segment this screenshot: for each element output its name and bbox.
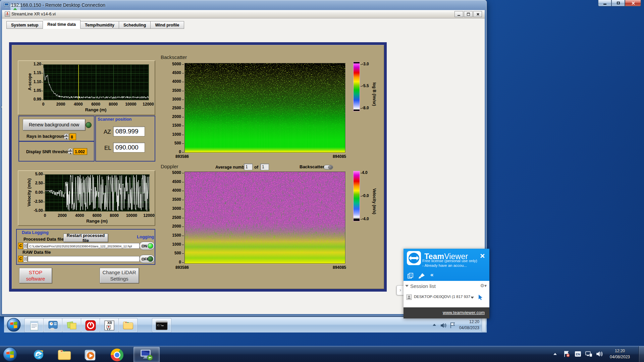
snr-spinner[interactable] [68, 148, 73, 155]
spinner-up-icon[interactable] [64, 133, 69, 136]
restart-processed-file-button[interactable]: Restart processed file [63, 234, 108, 242]
remote-desktop-icon [140, 348, 153, 361]
backscatter-toggle-switch[interactable] [324, 165, 333, 170]
teamviewer-brush-icon[interactable] [418, 273, 425, 279]
rays-value-field[interactable]: 8 [69, 133, 76, 140]
taskbar-clock[interactable]: 12:20 04/08/2023 [603, 348, 637, 360]
raw-path-field[interactable] [28, 256, 140, 262]
taskbar-wmp-button[interactable] [84, 349, 96, 362]
tab-system-setup[interactable]: System setup [6, 21, 43, 29]
taskbar-rdp-button-active[interactable] [133, 347, 160, 362]
remote-taskbar-notepad-button[interactable] [24, 318, 44, 333]
rdp-window: 192.168.0.150 - Remote Desktop Connectio… [0, 0, 487, 316]
teamviewer-collapse-icon[interactable]: « [430, 272, 433, 278]
spinner-down-icon[interactable] [64, 137, 69, 140]
axis-tick: 2000 [159, 224, 181, 229]
raw-browse-icon[interactable] [23, 256, 28, 262]
spinner-down-icon[interactable] [68, 152, 73, 155]
close-button[interactable] [625, 0, 641, 6]
lv-minimize-button[interactable] [454, 11, 463, 17]
tab-wind-profile[interactable]: Wind profile [151, 21, 184, 29]
axis-tick: 893586 [175, 154, 209, 159]
processed-logging-on-button[interactable]: ON [139, 242, 155, 250]
svg-text:EN: EN [576, 353, 580, 356]
renew-background-button[interactable]: Renew background now [23, 119, 85, 130]
backscatter-plot[interactable] [184, 63, 345, 153]
stop-line2: software [26, 276, 45, 282]
processed-path-field[interactable]: C:\Lidar\Data\Proc\2023\202308\20230804\… [28, 243, 140, 249]
section-collapse-caret-icon[interactable] [405, 285, 409, 287]
on-label: ON [142, 244, 147, 248]
teamviewer-session-header[interactable]: Session list ⚙▾ [404, 281, 489, 292]
tab-scheduling[interactable]: Scheduling [119, 21, 151, 29]
processed-browse-icon[interactable] [23, 243, 28, 249]
lv-maximize-button[interactable] [464, 11, 473, 17]
tray-volume-icon[interactable] [596, 350, 603, 358]
taskbar-ie-button[interactable] [32, 348, 45, 362]
axis-tick: -5.5 [362, 83, 369, 88]
remote-taskbar-streamline-button[interactable]: XR [100, 318, 119, 333]
ascope-plot-area[interactable] [43, 64, 149, 100]
teamviewer-sessions-icon[interactable] [408, 273, 414, 279]
lv-close-button[interactable] [473, 11, 482, 17]
tray-language-icon[interactable]: EN [574, 350, 582, 358]
session-connect-cursor-icon[interactable] [478, 294, 483, 300]
raw-drive-box[interactable]: C [18, 256, 23, 262]
tab-temp-humidity[interactable]: Temp/humidity [80, 21, 119, 29]
on-led-icon [148, 243, 153, 249]
teamviewer-session-row[interactable]: DESKTOP-OE0QDVI (1 817 937 [404, 292, 489, 307]
minimize-button[interactable] [598, 0, 611, 6]
taskbar-explorer-button[interactable] [57, 349, 72, 362]
raw-logging-off-button[interactable]: OFF [139, 255, 155, 263]
tab-real-time-data[interactable]: Real time data [43, 20, 80, 29]
taskbar-chrome-button[interactable] [111, 349, 123, 361]
remote-show-desktop-button[interactable] [482, 318, 486, 332]
axis-tick: 2000 [51, 102, 71, 107]
tick-dash [361, 173, 362, 173]
folder-icon [57, 349, 72, 361]
remote-tray-expand-icon[interactable] [433, 324, 436, 326]
session-dropdown-icon[interactable] [471, 297, 474, 299]
stop-app-icon [85, 320, 96, 331]
remote-taskbar-cmd-button[interactable]: C:\ [152, 318, 171, 333]
start-button[interactable] [3, 347, 17, 362]
teamviewer-expand-chevron[interactable]: › [396, 285, 404, 295]
remote-taskbar-stickynotes-button[interactable] [62, 318, 81, 333]
average-number-field[interactable]: 1 [244, 164, 253, 170]
rays-spinner[interactable] [64, 133, 69, 140]
tick-dash [182, 209, 184, 209]
stop-software-button[interactable]: STOP software [19, 268, 52, 283]
show-desktop-button[interactable] [639, 346, 644, 362]
remote-taskbar-stop-button[interactable] [81, 318, 100, 333]
remote-taskbar-control-button[interactable] [43, 318, 62, 333]
el-label: EL [104, 145, 111, 152]
tick-dash [182, 236, 184, 236]
remote-volume-icon[interactable] [440, 322, 447, 328]
session-settings-gear-icon[interactable]: ⚙▾ [480, 283, 487, 288]
remote-taskbar-explorer-button[interactable] [118, 318, 138, 333]
tick-dash [182, 253, 184, 254]
chrome-icon [111, 349, 123, 361]
spinner-up-icon[interactable] [68, 148, 73, 151]
processed-drive-box[interactable]: C [18, 243, 23, 249]
teamviewer-website-link[interactable]: www.teamviewer.com [443, 310, 485, 315]
snr-value-field[interactable]: 1.002 [73, 148, 87, 155]
teamviewer-tagline: Free license (personal use only) - Alrea… [422, 259, 478, 268]
teamviewer-close-icon[interactable] [480, 253, 485, 258]
rdp-title-bar[interactable]: 192.168.0.150 - Remote Desktop Connectio… [0, 0, 644, 10]
tray-action-center-flag-icon[interactable] [563, 350, 570, 358]
az-value-field[interactable]: 089.999 [113, 126, 145, 136]
remote-start-button[interactable] [7, 318, 21, 332]
change-lidar-settings-button[interactable]: Change LiDAR Settings [100, 268, 139, 283]
doppler-plot[interactable] [184, 172, 345, 264]
tray-expand-icon[interactable] [551, 352, 559, 359]
maximize-button[interactable] [611, 0, 625, 6]
tray-network-icon[interactable] [585, 350, 592, 358]
remote-clock[interactable]: 12:20 04/08/2023 [449, 319, 479, 331]
labview-title-bar[interactable]: StreamLine XR v14-6.vi [2, 10, 485, 18]
velocity-plot-area[interactable] [45, 174, 150, 212]
of-count-field[interactable]: 1 [260, 164, 269, 170]
tick-dash [182, 143, 184, 144]
az-label: AZ [104, 129, 111, 135]
el-value-field[interactable]: 090.000 [113, 142, 145, 153]
